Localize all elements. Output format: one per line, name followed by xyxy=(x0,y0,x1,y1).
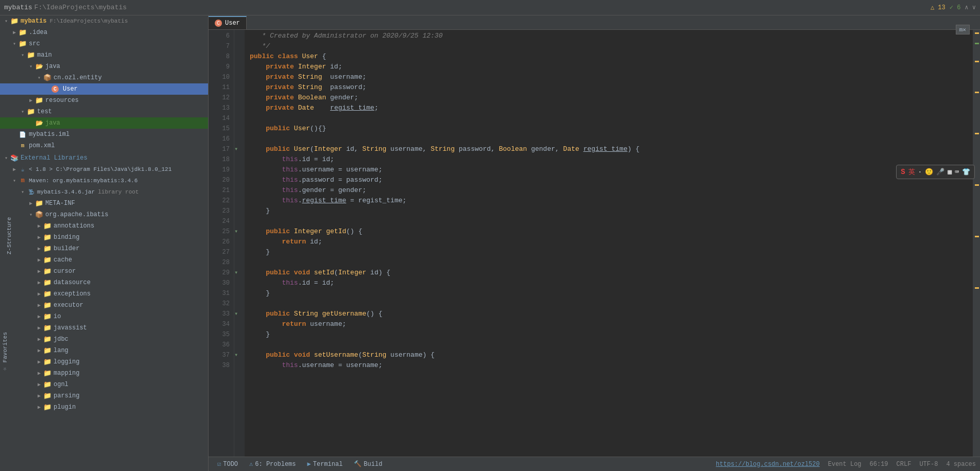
ime-bar[interactable]: S 英 · 🙂 🎤 ▦ ⌨ 👕 xyxy=(896,165,975,179)
warning-count: △ 13 xyxy=(931,4,945,11)
spacer-iml xyxy=(10,130,19,138)
code-line-21: this.gender = gender; xyxy=(250,185,968,196)
tab-icon-user: C xyxy=(215,20,222,27)
tree-item-mybatis-jar[interactable]: ▾ 🗜 mybatis-3.4.6.jar library root xyxy=(0,186,208,198)
tree-item-external-libs[interactable]: ▾ 📚 External Libraries xyxy=(0,152,208,164)
folder-icon-exceptions: 📁 xyxy=(43,290,51,298)
status-crlf[interactable]: CRLF xyxy=(897,461,912,468)
folder-icon-main: 📁 xyxy=(27,51,35,59)
build-tab[interactable]: 🔨 Build xyxy=(349,459,387,470)
tree-item-pom-xml[interactable]: m pom.xml xyxy=(0,140,208,151)
status-indent[interactable]: 4 spaces xyxy=(946,461,976,468)
tree-label-java-test: java xyxy=(45,119,60,127)
expand-icon[interactable]: ∧ ∨ xyxy=(965,4,976,11)
tree-item-executor[interactable]: ▶ 📁 executor xyxy=(0,300,208,311)
tree-label-lang: lang xyxy=(54,347,68,354)
tree-item-mybatis-iml[interactable]: 📄 mybatis.iml xyxy=(0,129,208,140)
tab-user[interactable]: C User xyxy=(209,16,247,29)
tree-label-binding: binding xyxy=(54,234,79,241)
tree-item-jdbc[interactable]: ▶ 📁 jdbc xyxy=(0,334,208,345)
code-line-23: } xyxy=(250,206,968,216)
favorites-tab[interactable]: ☆ Favorites xyxy=(0,330,10,375)
tab-label-user: User xyxy=(225,20,240,27)
tree-item-jdk[interactable]: ▶ ☕ < 1.8 > C:\Program Files\Java\jdk1.8… xyxy=(0,164,208,175)
code-line-8: public class User { xyxy=(250,51,968,62)
tree-item-builder[interactable]: ▶ 📁 builder xyxy=(0,243,208,254)
tree-item-binding[interactable]: ▶ 📁 binding xyxy=(0,232,208,243)
expand-arrow-java-test xyxy=(27,119,35,127)
tree-item-idea[interactable]: ▶ 📁 .idea xyxy=(0,27,208,38)
code-line-38: this.username = username; xyxy=(250,360,968,371)
tree-item-resources[interactable]: ▶ 📁 resources xyxy=(0,95,208,106)
tree-item-cursor[interactable]: ▶ 📁 cursor xyxy=(0,266,208,277)
folder-icon-executor: 📁 xyxy=(43,301,51,309)
tree-item-ognl[interactable]: ▶ 📁 ognl xyxy=(0,379,208,390)
expand-arrow-entity: ▾ xyxy=(35,74,43,82)
tree-item-cache[interactable]: ▶ 📁 cache xyxy=(0,254,208,266)
problems-label: 6: Problems xyxy=(255,461,296,468)
build-icon: 🔨 xyxy=(354,460,362,468)
tree-item-lang[interactable]: ▶ 📁 lang xyxy=(0,345,208,356)
folder-icon-datasource: 📁 xyxy=(43,278,51,287)
maven-icon: m xyxy=(19,177,27,185)
folder-icon-lang: 📁 xyxy=(43,346,51,355)
source-folder-icon-test: 📂 xyxy=(35,119,43,127)
expand-arrow-external-libs: ▾ xyxy=(2,154,10,162)
plugin-close-button[interactable]: m✕ xyxy=(956,25,970,34)
status-url[interactable]: https://blog.csdn.net/ozl520 xyxy=(716,461,820,468)
tree-item-meta-inf[interactable]: ▶ 📁 META-INF xyxy=(0,198,208,209)
source-folder-icon: 📂 xyxy=(35,62,43,71)
package-icon: 📦 xyxy=(43,74,51,82)
tree-label-meta-inf: META-INF xyxy=(45,200,75,207)
tree-item-cn-ozl-entity[interactable]: ▾ 📦 cn.ozl.entity xyxy=(0,72,208,83)
ime-keyboard: ⌨ xyxy=(955,168,959,176)
tree-item-main[interactable]: ▾ 📁 main xyxy=(0,49,208,61)
folder-icon-cursor: 📁 xyxy=(43,267,51,275)
tree-item-mybatis[interactable]: ▾ 📁 mybatis F:\IdeaProjects\mybatis xyxy=(0,15,208,27)
tree-item-parsing[interactable]: ▶ 📁 parsing xyxy=(0,390,208,402)
tree-label-cache: cache xyxy=(54,256,72,264)
tree-item-maven-mybatis[interactable]: ▾ m Maven: org.mybatis:mybatis:3.4.6 xyxy=(0,175,208,186)
tree-item-java-test[interactable]: 📂 java xyxy=(0,117,208,129)
code-line-32 xyxy=(250,299,968,309)
tree-item-exceptions[interactable]: ▶ 📁 exceptions xyxy=(0,288,208,300)
tree-item-javassist[interactable]: ▶ 📁 javassist xyxy=(0,322,208,334)
warning-area: △ 13 ✓ 6 ∧ ∨ xyxy=(931,4,976,11)
right-gutter xyxy=(973,30,980,457)
tree-label-io: io xyxy=(54,313,61,320)
todo-icon: ☑ xyxy=(217,460,221,468)
tree-label-annotations: annotations xyxy=(54,222,94,230)
tree-item-test[interactable]: ▾ 📁 test xyxy=(0,106,208,117)
project-icon: 📁 xyxy=(10,17,19,25)
tree-item-mapping[interactable]: ▶ 📁 mapping xyxy=(0,368,208,379)
code-line-34: return username; xyxy=(250,319,968,329)
code-line-17: public User(Integer id, String username,… xyxy=(250,144,968,154)
tree-item-annotations[interactable]: ▶ 📁 annotations xyxy=(0,220,208,232)
tree-item-src[interactable]: ▾ 📁 src xyxy=(0,38,208,49)
tree-item-io[interactable]: ▶ 📁 io xyxy=(0,311,208,322)
app-title: mybatis xyxy=(4,4,32,11)
tree-item-org-apache-ibatis[interactable]: ▾ 📦 org.apache.ibatis xyxy=(0,209,208,220)
tree-item-java[interactable]: ▾ 📂 java xyxy=(0,61,208,72)
tree-label-cursor: cursor xyxy=(54,268,76,275)
tree-item-datasource[interactable]: ▶ 📁 datasource xyxy=(0,277,208,288)
todo-tab[interactable]: ☑ TODO xyxy=(213,459,243,470)
status-charset[interactable]: UTF-8 xyxy=(919,461,938,468)
tree-label-user: User xyxy=(63,85,78,93)
jar-suffix: library root xyxy=(98,189,139,195)
expand-arrow-plugin: ▶ xyxy=(35,403,43,411)
status-event-log[interactable]: Event Log xyxy=(828,461,862,468)
tree-label-resources: resources xyxy=(45,97,79,104)
tree-item-logging[interactable]: ▶ 📁 logging xyxy=(0,356,208,368)
z-structure-tab[interactable]: Z-Structure xyxy=(5,213,14,258)
terminal-tab[interactable]: ▶ Terminal xyxy=(303,459,348,470)
tree-item-user[interactable]: C User xyxy=(0,83,208,95)
code-line-30: this.id = id; xyxy=(250,278,968,288)
expand-arrow-datasource: ▶ xyxy=(35,278,43,287)
ime-grid: ▦ xyxy=(948,168,952,176)
tree-item-plugin[interactable]: ▶ 📁 plugin xyxy=(0,402,208,413)
problems-tab[interactable]: ⚠ 6: Problems xyxy=(245,459,300,470)
expand-arrow-jar: ▾ xyxy=(19,188,27,196)
tree-label-idea: .idea xyxy=(29,29,47,36)
code-content[interactable]: * Created by Administrator on 2020/9/25 … xyxy=(245,30,973,457)
